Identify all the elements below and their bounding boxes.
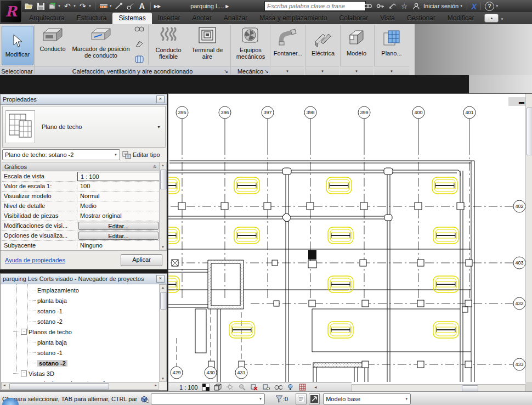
scroll-down-icon[interactable]: ▼ — [160, 245, 166, 249]
scrollbar-thumb[interactable] — [9, 383, 109, 390]
help-icon[interactable]: ? — [485, 2, 494, 11]
sign-in-label[interactable]: Iniciar sesión — [423, 3, 459, 9]
grid-bubble-430[interactable]: 430 — [206, 370, 214, 375]
reveal-hidden-icon[interactable] — [286, 383, 295, 391]
tree-item-ceiling-sotano-2-selected[interactable]: sotano -2 — [30, 358, 67, 368]
grid-bubble-403[interactable]: 403 — [515, 260, 523, 266]
tab-masa-y-emplazamiento[interactable]: Masa y emplazamiento — [253, 13, 333, 24]
tree-item-vistas-3d[interactable]: −Vistas 3D — [13, 369, 54, 378]
ribbon-collapse-dropdown-icon[interactable]: ▼ — [500, 18, 503, 21]
light-fixture[interactable] — [328, 322, 353, 338]
view-scale-label[interactable]: 1 : 100 — [179, 384, 198, 391]
tree-item-ceiling-sotano-1[interactable]: sotano -1 — [30, 348, 63, 357]
scroll-up-icon[interactable]: ▲ — [160, 164, 166, 167]
properties-help-link[interactable]: Ayuda de propiedades — [5, 257, 65, 263]
toolbar-expand-icon[interactable]: ▶▶ — [154, 4, 161, 9]
tree-item-emplazamiento[interactable]: Emplazamiento — [30, 285, 79, 295]
grid-bubble-399[interactable]: 399 — [360, 110, 368, 115]
grid-bubble-398[interactable]: 398 — [306, 110, 314, 115]
dialog-launcher-icon[interactable]: ↘ — [264, 69, 269, 74]
help-dropdown-icon[interactable]: ▼ — [495, 4, 499, 8]
modify-button[interactable]: Modificar — [2, 26, 33, 65]
property-row[interactable]: Visualizar modelo Normal — [2, 192, 160, 201]
grid-bubble-429[interactable]: 429 — [172, 370, 180, 375]
tree-item-planta-baja[interactable]: planta baja — [30, 296, 67, 305]
close-icon[interactable]: × — [156, 95, 165, 103]
tree-item-sotano-1[interactable]: sotano -1 — [30, 306, 63, 316]
property-row[interactable]: Opciones de visualiza... Editar... — [2, 231, 160, 241]
communication-center-icon[interactable] — [387, 2, 397, 10]
collapse-section-icon[interactable]: « — [152, 165, 159, 168]
scroll-left-icon[interactable]: ◄ — [3, 384, 6, 387]
apply-button[interactable]: Aplicar — [121, 254, 162, 266]
light-fixture[interactable] — [433, 322, 459, 338]
grid-bubble-431[interactable]: 431 — [237, 370, 245, 375]
title-menu-icon[interactable]: ▶ — [225, 4, 229, 9]
tree-item-sotano-2[interactable]: sotano -2 — [30, 317, 63, 326]
property-row[interactable]: Visibilidad de piezas Mostrar original — [2, 211, 160, 221]
search-icon[interactable] — [363, 2, 373, 10]
browser-title-bar[interactable]: parquing Les Corts visado - Navegador de… — [1, 274, 167, 284]
tab-anotar[interactable]: Anotar — [186, 13, 217, 24]
tag-icon[interactable] — [126, 2, 135, 10]
drawing-vscrollbar[interactable] — [525, 94, 532, 382]
panel-label-seleccionar[interactable]: Seleccionar — [0, 66, 34, 76]
plano-panel-dropdown[interactable]: ▼ — [374, 66, 409, 76]
property-row[interactable]: Modificaciones de visi... Editar... — [2, 221, 160, 231]
redo-icon[interactable]: ↷ — [78, 2, 88, 10]
shadows-icon[interactable] — [238, 383, 246, 391]
worksharing-display-icon[interactable] — [298, 383, 307, 391]
subscription-key-icon[interactable] — [375, 2, 385, 10]
temporary-hide-isolate-icon[interactable] — [274, 383, 282, 391]
marcador-posicion-conducto-button[interactable]: Marcador de posición de conducto — [70, 25, 132, 59]
editar-visibilidad-button[interactable]: Editar... — [78, 222, 159, 230]
undo-dropdown-icon[interactable]: ▼ — [73, 4, 76, 8]
exchange-apps-icon[interactable]: X — [471, 2, 477, 11]
type-selector-dropdown-icon[interactable]: ▼ — [157, 125, 161, 129]
tree-item-planos-de-techo[interactable]: −Planos de techo — [13, 327, 72, 336]
duct-accessory-icon[interactable] — [135, 55, 144, 65]
redo-dropdown-icon[interactable]: ▼ — [88, 4, 92, 8]
user-icon[interactable] — [411, 2, 421, 10]
browser-vscrollbar[interactable]: ▲ ▼ — [159, 284, 167, 382]
graphics-section-header[interactable]: Gráficos « — [2, 162, 160, 171]
crop-region-visibility-icon[interactable] — [262, 383, 270, 391]
grid-bubble-395[interactable]: 395 — [178, 110, 186, 115]
scroll-up-icon[interactable]: ▲ — [160, 286, 166, 289]
selected-element[interactable] — [308, 250, 316, 260]
light-fixture[interactable] — [328, 276, 353, 292]
equipos-mecanicos-button[interactable]: Equipos mecánicos — [233, 25, 269, 60]
application-menu-button[interactable]: R — [0, 0, 22, 23]
crop-view-icon[interactable] — [250, 383, 258, 391]
infocenter-search-input[interactable] — [264, 1, 366, 11]
favorites-star-icon[interactable]: ☆ — [399, 2, 409, 10]
scrollbar-thumb[interactable] — [160, 292, 167, 310]
grid-bubble-401[interactable]: 401 — [465, 110, 473, 115]
open-file-icon[interactable] — [24, 2, 34, 10]
tree-collapse-icon[interactable]: − — [21, 370, 27, 376]
light-fixture[interactable] — [326, 177, 352, 194]
property-row[interactable]: Valor de escala 1: 100 — [2, 182, 160, 192]
instance-selector-combo[interactable]: Plano de techo: sotano -2 ▼ — [2, 149, 120, 160]
visual-style-icon[interactable] — [214, 383, 222, 391]
measure-dropdown-icon[interactable]: ▼ — [109, 4, 112, 8]
fontaneria-panel-dropdown[interactable]: ▼ — [271, 66, 304, 76]
edit-type-button[interactable]: Editar tipo — [122, 151, 160, 159]
tab-colaborar[interactable]: Colaborar — [333, 13, 375, 24]
tree-item-ceiling-planta-baja[interactable]: planta baja — [30, 338, 67, 347]
scrollbar-thumb[interactable] — [527, 108, 532, 155]
sign-in-dropdown-icon[interactable]: ▼ — [460, 4, 463, 8]
light-fixture[interactable] — [168, 177, 179, 194]
aligned-dimension-icon[interactable] — [114, 2, 124, 10]
terminal-de-aire-button[interactable]: Terminal de aire — [188, 25, 227, 60]
grid-bubble-400[interactable]: 400 — [414, 110, 422, 115]
modelo-panel-button[interactable]: Modelo — [341, 27, 372, 57]
fontaneria-panel-button[interactable]: Fontaner... — [272, 27, 304, 57]
grid-bubble-433[interactable]: 433 — [515, 362, 523, 367]
grid-bubble-396[interactable]: 396 — [220, 110, 229, 115]
close-icon[interactable]: × — [156, 275, 165, 283]
sun-path-icon[interactable] — [226, 383, 234, 391]
sync-icon[interactable] — [47, 2, 57, 10]
conversion-goggles-icon[interactable] — [134, 26, 144, 33]
detail-level-icon[interactable] — [202, 383, 210, 391]
